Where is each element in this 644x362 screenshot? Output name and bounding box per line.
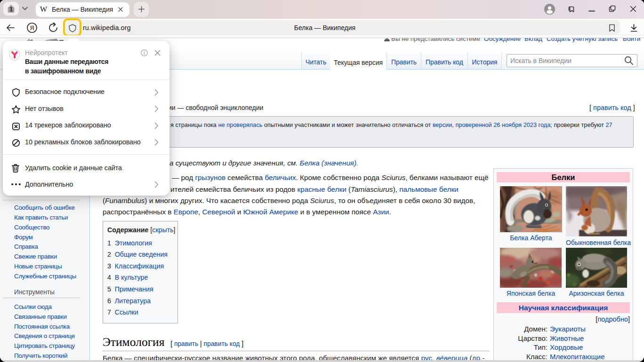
svg-text:Я: Я bbox=[30, 25, 34, 31]
svg-text:1: 1 bbox=[9, 6, 13, 13]
